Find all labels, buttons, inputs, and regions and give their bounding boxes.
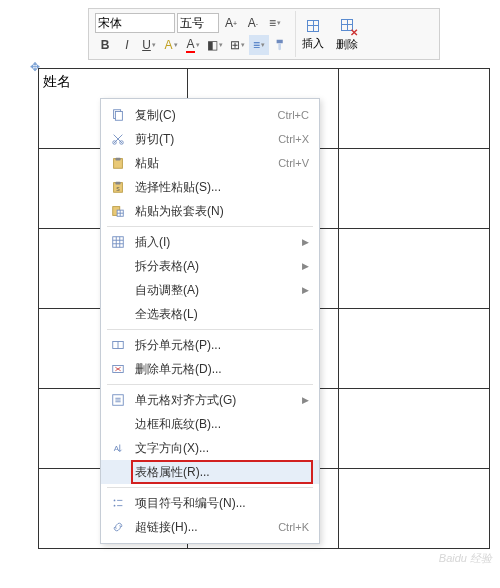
insert-button[interactable]: 插入 bbox=[296, 11, 330, 57]
bullets-icon bbox=[109, 494, 127, 512]
paste-nested-icon bbox=[109, 202, 127, 220]
menu-item[interactable]: 复制(C)Ctrl+C bbox=[101, 103, 319, 127]
svg-rect-5 bbox=[115, 158, 120, 161]
svg-point-17 bbox=[114, 505, 116, 507]
svg-rect-11 bbox=[113, 237, 124, 248]
font-size-select[interactable] bbox=[177, 13, 219, 33]
menu-item-shortcut: Ctrl+X bbox=[278, 133, 309, 145]
table-cell[interactable] bbox=[338, 389, 489, 469]
table-cell[interactable] bbox=[338, 229, 489, 309]
svg-text:S: S bbox=[116, 186, 120, 192]
menu-item-label: 拆分单元格(P)... bbox=[135, 337, 309, 354]
menu-item-label: 选择性粘贴(S)... bbox=[135, 179, 309, 196]
menu-item-label: 边框和底纹(B)... bbox=[135, 416, 309, 433]
menu-item-shortcut: Ctrl+K bbox=[278, 521, 309, 533]
format-painter-icon[interactable] bbox=[271, 35, 291, 55]
menu-separator bbox=[107, 384, 313, 385]
menu-item[interactable]: 粘贴Ctrl+V bbox=[101, 151, 319, 175]
split-cell-icon bbox=[109, 336, 127, 354]
delete-label: 删除 bbox=[336, 37, 358, 52]
increase-font-icon[interactable]: A+ bbox=[221, 13, 241, 33]
table-cell[interactable] bbox=[338, 149, 489, 229]
menu-item[interactable]: 剪切(T)Ctrl+X bbox=[101, 127, 319, 151]
menu-item-label: 超链接(H)... bbox=[135, 519, 270, 536]
menu-item-label: 复制(C) bbox=[135, 107, 270, 124]
menu-item-shortcut: Ctrl+V bbox=[278, 157, 309, 169]
submenu-arrow-icon: ▶ bbox=[302, 395, 309, 405]
menu-item-label: 剪切(T) bbox=[135, 131, 270, 148]
menu-item-shortcut: Ctrl+C bbox=[278, 109, 309, 121]
menu-item-label: 粘贴 bbox=[135, 155, 270, 172]
submenu-arrow-icon: ▶ bbox=[302, 237, 309, 247]
menu-item-label: 删除单元格(D)... bbox=[135, 361, 309, 378]
menu-item-label: 自动调整(A) bbox=[135, 282, 290, 299]
menu-item[interactable]: 拆分表格(A)▶ bbox=[101, 254, 319, 278]
menu-item-label: 单元格对齐方式(G) bbox=[135, 392, 290, 409]
bold-icon[interactable]: B bbox=[95, 35, 115, 55]
menu-item[interactable]: S选择性粘贴(S)... bbox=[101, 175, 319, 199]
menu-item[interactable]: 自动调整(A)▶ bbox=[101, 278, 319, 302]
line-spacing-icon[interactable]: ≡ bbox=[265, 13, 285, 33]
align-icon[interactable]: ≡ bbox=[249, 35, 269, 55]
menu-separator bbox=[107, 487, 313, 488]
delete-button[interactable]: ✕ 删除 bbox=[330, 11, 364, 57]
blank-icon bbox=[109, 257, 127, 275]
paste-icon bbox=[109, 154, 127, 172]
menu-item[interactable]: 边框和底纹(B)... bbox=[101, 412, 319, 436]
insert-label: 插入 bbox=[302, 36, 324, 51]
link-icon bbox=[109, 518, 127, 536]
menu-item-label: 拆分表格(A) bbox=[135, 258, 290, 275]
font-section: A+ A- ≡ B I U A A ◧ ⊞ ≡ bbox=[91, 11, 296, 57]
menu-item-label: 表格属性(R)... bbox=[135, 464, 309, 481]
font-color-icon[interactable]: A bbox=[183, 35, 203, 55]
insert-grid-icon bbox=[109, 233, 127, 251]
delete-cell-icon bbox=[109, 360, 127, 378]
menu-separator bbox=[107, 329, 313, 330]
align-icon bbox=[109, 391, 127, 409]
font-family-select[interactable] bbox=[95, 13, 175, 33]
cell-text: 姓名 bbox=[43, 74, 71, 89]
mini-toolbar: A+ A- ≡ B I U A A ◧ ⊞ ≡ 插入 ✕ 删除 bbox=[88, 8, 440, 60]
insert-table-icon bbox=[305, 18, 321, 34]
menu-item[interactable]: 超链接(H)...Ctrl+K bbox=[101, 515, 319, 539]
copy-icon bbox=[109, 106, 127, 124]
decrease-font-icon[interactable]: A- bbox=[243, 13, 263, 33]
underline-icon[interactable]: U bbox=[139, 35, 159, 55]
blank-icon bbox=[109, 415, 127, 433]
cut-icon bbox=[109, 130, 127, 148]
svg-point-16 bbox=[114, 500, 116, 502]
submenu-arrow-icon: ▶ bbox=[302, 261, 309, 271]
menu-item-label: 全选表格(L) bbox=[135, 306, 309, 323]
menu-item[interactable]: 单元格对齐方式(G)▶ bbox=[101, 388, 319, 412]
svg-rect-1 bbox=[115, 112, 122, 121]
menu-item-label: 项目符号和编号(N)... bbox=[135, 495, 309, 512]
menu-item[interactable]: 拆分单元格(P)... bbox=[101, 333, 319, 357]
menu-item[interactable]: 表格属性(R)... bbox=[101, 460, 319, 484]
menu-item[interactable]: 插入(I)▶ bbox=[101, 230, 319, 254]
svg-text:A: A bbox=[114, 444, 120, 453]
menu-item-label: 插入(I) bbox=[135, 234, 290, 251]
menu-item[interactable]: 删除单元格(D)... bbox=[101, 357, 319, 381]
shading-icon[interactable]: ◧ bbox=[205, 35, 225, 55]
italic-icon[interactable]: I bbox=[117, 35, 137, 55]
table-anchor-icon[interactable]: ✥ bbox=[30, 60, 40, 74]
border-icon[interactable]: ⊞ bbox=[227, 35, 247, 55]
paste-special-icon: S bbox=[109, 178, 127, 196]
highlight-color-icon[interactable]: A bbox=[161, 35, 181, 55]
blank-icon bbox=[109, 281, 127, 299]
menu-item-label: 文字方向(X)... bbox=[135, 440, 309, 457]
menu-item[interactable]: A文字方向(X)... bbox=[101, 436, 319, 460]
blank-icon bbox=[109, 305, 127, 323]
svg-rect-7 bbox=[115, 182, 120, 185]
table-cell[interactable] bbox=[338, 309, 489, 389]
delete-table-icon: ✕ bbox=[339, 17, 355, 35]
menu-item[interactable]: 粘贴为嵌套表(N) bbox=[101, 199, 319, 223]
context-menu: 复制(C)Ctrl+C剪切(T)Ctrl+X粘贴Ctrl+VS选择性粘贴(S).… bbox=[100, 98, 320, 544]
table-cell[interactable] bbox=[338, 69, 489, 149]
menu-item[interactable]: 全选表格(L) bbox=[101, 302, 319, 326]
watermark: Baidu 经验 bbox=[439, 551, 492, 566]
table-cell[interactable] bbox=[338, 469, 489, 549]
menu-item-label: 粘贴为嵌套表(N) bbox=[135, 203, 309, 220]
menu-item[interactable]: 项目符号和编号(N)... bbox=[101, 491, 319, 515]
blank-icon bbox=[109, 463, 127, 481]
